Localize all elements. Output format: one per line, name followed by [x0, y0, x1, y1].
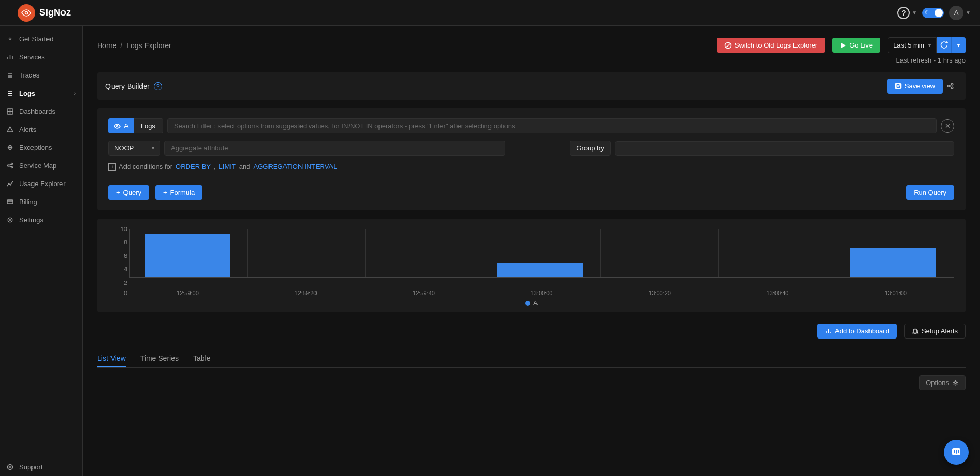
- sidebar-item-exceptions[interactable]: Exceptions: [0, 139, 82, 157]
- legend-label: A: [533, 299, 538, 307]
- last-refresh-label: Last refresh - 1 hrs ago: [97, 56, 966, 64]
- sidebar-item-label: Services: [19, 53, 45, 61]
- y-tick: 8: [108, 239, 127, 245]
- svg-point-4: [11, 163, 13, 165]
- sidebar-item-label: Traces: [19, 71, 39, 79]
- histogram-chart: 10 8 6 4 2 0: [108, 229, 954, 296]
- list-icon: [6, 90, 14, 97]
- sidebar-item-usage-explorer[interactable]: Usage Explorer: [0, 175, 82, 193]
- run-query-button[interactable]: Run Query: [906, 185, 954, 200]
- setup-alerts-button[interactable]: Setup Alerts: [904, 324, 966, 339]
- legend-dot-icon: [525, 301, 530, 306]
- tab-list-view[interactable]: List View: [97, 350, 126, 367]
- bell-icon: [912, 328, 919, 334]
- switch-old-explorer-button[interactable]: Switch to Old Logs Explorer: [717, 38, 825, 53]
- svg-point-16: [955, 382, 957, 384]
- add-to-dashboard-button[interactable]: Add to Dashboard: [817, 324, 897, 339]
- refresh-interval-dropdown[interactable]: ▼: [951, 37, 966, 53]
- x-tick: 13:01:00: [884, 290, 907, 296]
- sidebar-item-get-started[interactable]: ✧ Get Started: [0, 30, 82, 48]
- sidebar-item-logs[interactable]: Logs ›: [0, 84, 82, 102]
- share-button[interactable]: [943, 79, 957, 94]
- breadcrumb-home[interactable]: Home: [97, 41, 116, 50]
- query-toggle-a[interactable]: A: [108, 118, 134, 133]
- sidebar-item-label: Service Map: [19, 162, 56, 170]
- aggregate-attribute-input[interactable]: [164, 141, 505, 156]
- svg-point-5: [11, 167, 13, 168]
- limit-link[interactable]: LIMIT: [219, 163, 236, 171]
- order-by-link[interactable]: ORDER BY: [176, 163, 211, 171]
- tab-table[interactable]: Table: [193, 350, 210, 367]
- refresh-icon: [940, 41, 948, 49]
- aggregate-op-select[interactable]: NOOP ▾: [108, 141, 160, 156]
- sidebar-item-traces[interactable]: Traces: [0, 66, 82, 84]
- tab-time-series[interactable]: Time Series: [140, 350, 179, 367]
- sidebar-item-label: Exceptions: [19, 144, 52, 151]
- sidebar-item-label: Logs: [19, 89, 35, 97]
- line-chart-icon: [6, 180, 14, 187]
- refresh-button[interactable]: [937, 37, 951, 53]
- sidebar-item-support[interactable]: Support: [0, 458, 82, 476]
- chat-icon: [951, 447, 962, 458]
- save-view-button[interactable]: Save view: [887, 79, 943, 94]
- sidebar-item-billing[interactable]: Billing: [0, 193, 82, 211]
- clear-filter-button[interactable]: ✕: [941, 119, 954, 133]
- svg-point-14: [951, 87, 953, 89]
- brand-name: SigNoz: [39, 7, 71, 18]
- y-tick: 10: [108, 226, 127, 232]
- eye-icon: [114, 124, 121, 129]
- main-content: Home / Logs Explorer Switch to Old Logs …: [83, 26, 980, 476]
- sidebar-item-dashboards[interactable]: Dashboards: [0, 102, 82, 120]
- theme-toggle[interactable]: ☾: [922, 8, 944, 18]
- brand-logo[interactable]: SigNoz: [18, 4, 71, 22]
- sidebar-item-label: Support: [19, 463, 43, 471]
- sidebar-item-settings[interactable]: Settings: [0, 211, 82, 229]
- avatar[interactable]: A: [949, 6, 963, 20]
- aggregation-interval-link[interactable]: AGGREGATION INTERVAL: [254, 163, 337, 171]
- breadcrumb-current: Logs Explorer: [127, 41, 171, 50]
- sidebar-item-label: Dashboards: [19, 108, 55, 115]
- plus-icon[interactable]: +: [108, 163, 116, 171]
- x-tick: 12:59:00: [177, 290, 199, 296]
- x-tick: 12:59:40: [413, 290, 435, 296]
- sidebar-item-alerts[interactable]: Alerts: [0, 120, 82, 139]
- conditions-row: + Add conditions for ORDER BY , LIMIT an…: [108, 163, 954, 171]
- data-source-select[interactable]: Logs: [134, 118, 163, 133]
- sidebar: ✧ Get Started Services Traces Logs ›: [0, 26, 83, 476]
- group-by-input[interactable]: [615, 141, 954, 156]
- svg-point-3: [8, 165, 9, 166]
- caret-down-icon[interactable]: ▼: [966, 10, 971, 16]
- moon-icon: ☾: [925, 9, 930, 16]
- svg-rect-11: [895, 84, 900, 89]
- caret-down-icon: ▾: [928, 42, 931, 48]
- add-formula-button[interactable]: + Formula: [155, 185, 202, 200]
- plus-icon: +: [116, 189, 120, 196]
- go-live-button[interactable]: Go Live: [832, 38, 880, 53]
- help-icon[interactable]: ?: [154, 82, 162, 90]
- toggle-knob: [935, 9, 943, 17]
- x-tick: 13:00:40: [767, 290, 789, 296]
- intercom-launcher[interactable]: [944, 440, 969, 465]
- x-tick: 13:00:00: [531, 290, 553, 296]
- alert-icon: [6, 126, 14, 133]
- options-button[interactable]: Options: [919, 375, 966, 390]
- sidebar-item-label: Alerts: [19, 126, 36, 133]
- time-range-select[interactable]: Last 5 min ▾: [888, 37, 937, 53]
- add-query-button[interactable]: + Query: [108, 185, 149, 200]
- search-filter-input[interactable]: [167, 118, 937, 133]
- y-tick: 6: [108, 253, 127, 259]
- help-icon: ?: [897, 7, 910, 19]
- chart-icon: [825, 328, 832, 334]
- sidebar-item-services[interactable]: Services: [0, 48, 82, 66]
- sidebar-item-service-map[interactable]: Service Map: [0, 157, 82, 175]
- slash-icon: [724, 42, 732, 49]
- svg-point-15: [117, 125, 118, 127]
- svg-point-13: [951, 83, 953, 85]
- group-by-label: Group by: [570, 141, 610, 156]
- chart-bar: [497, 263, 583, 277]
- help-button[interactable]: ? ▼: [897, 7, 917, 19]
- page-header: Home / Logs Explorer Switch to Old Logs …: [97, 37, 966, 53]
- chart-bar: [145, 234, 230, 277]
- share-icon: [6, 162, 14, 169]
- eye-icon: [18, 4, 35, 22]
